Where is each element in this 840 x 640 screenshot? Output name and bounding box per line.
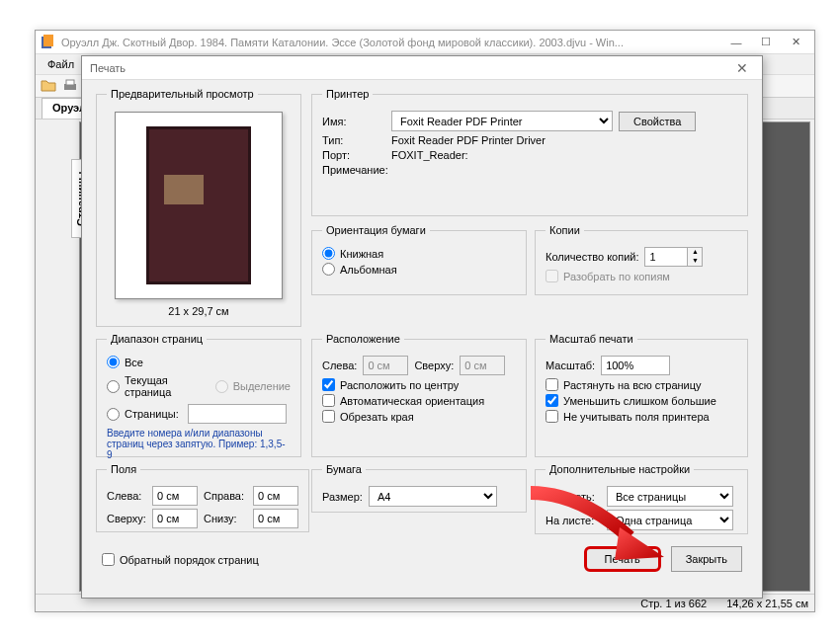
paper-legend: Бумага (322, 463, 366, 475)
status-page: Стр. 1 из 662 (640, 598, 707, 609)
maximize-button[interactable]: ☐ (751, 33, 781, 52)
scale-input[interactable] (601, 356, 670, 375)
print-dialog: Печать ✕ Предварительный просмотр 21 x 2… (81, 55, 763, 599)
check-collate: Разобрать по копиям (546, 270, 737, 282)
margin-right-label: Справа: (204, 490, 247, 502)
scale-label: Масштаб: (546, 360, 595, 371)
check-reverse-order[interactable]: Обратный порядок страниц (102, 553, 259, 566)
layout-top-label: Сверху: (414, 360, 454, 371)
margin-top-label: Сверху: (107, 513, 146, 524)
margins-legend: Поля (107, 463, 140, 475)
paper-size-select[interactable]: A4 (369, 486, 497, 507)
check-auto-orient[interactable]: Автоматическая ориентация (322, 394, 516, 407)
layout-group: Расположение Слева: Сверху: Расположить … (311, 333, 527, 457)
extra-print-select[interactable]: Все страницы (607, 486, 733, 507)
svg-rect-3 (66, 80, 74, 85)
copies-group: Копии Количество копий: ▲▼ Разобрать по … (535, 224, 748, 295)
layout-left-label: Слева: (322, 360, 357, 371)
radio-current-page[interactable]: Текущая страница (107, 374, 202, 398)
radio-portrait[interactable]: Книжная (322, 247, 516, 260)
printer-legend: Принтер (322, 88, 373, 100)
page-range-group: Диапазон страниц Все Текущая страница Вы… (96, 333, 301, 457)
page-range-legend: Диапазон страниц (107, 333, 207, 345)
orientation-group: Ориентация бумаги Книжная Альбомная (311, 224, 527, 295)
copies-count-label: Количество копий: (546, 251, 638, 263)
printer-name-select[interactable]: Foxit Reader PDF Printer (391, 111, 613, 131)
status-size: 14,26 x 21,55 см (726, 598, 808, 609)
copies-legend: Копии (546, 224, 584, 236)
preview-page (115, 112, 283, 299)
close-button[interactable]: ✕ (781, 33, 810, 52)
scale-group: Масштаб печати Масштаб: Растянуть на всю… (535, 333, 748, 457)
main-title: Оруэлл Дж. Скотный Двор. 1984. Памяти Ка… (61, 37, 721, 48)
margin-top-input[interactable] (152, 509, 198, 528)
printer-note-label: Примечание: (322, 164, 388, 176)
margins-group: Поля Слева: Справа: Сверху: Снизу: (96, 463, 309, 532)
layout-left-input (363, 356, 408, 375)
app-icon (40, 35, 55, 50)
radio-landscape[interactable]: Альбомная (322, 263, 516, 276)
extra-sheet-label: На листе: (546, 515, 601, 526)
paper-group: Бумага Размер: A4 (311, 463, 527, 513)
pages-hint2: страниц через запятую. Пример: 1,3,5-9 (107, 439, 291, 460)
margin-left-input[interactable] (152, 486, 198, 506)
paper-size-label: Размер: (322, 491, 363, 503)
copies-spinner[interactable]: ▲▼ (688, 247, 703, 267)
preview-size: 21 x 29,7 см (107, 305, 291, 317)
svg-rect-1 (43, 35, 53, 46)
scale-legend: Масштаб печати (546, 333, 637, 345)
layout-top-input (460, 356, 505, 375)
preview-group: Предварительный просмотр 21 x 29,7 см (96, 88, 301, 327)
preview-legend: Предварительный просмотр (107, 88, 258, 100)
pages-hint1: Введите номера и/или диапазоны (107, 428, 291, 439)
check-crop[interactable]: Обрезать края (322, 410, 516, 423)
check-shrink[interactable]: Уменьшить слишком большие (546, 394, 737, 407)
radio-all-pages[interactable]: Все (107, 356, 291, 368)
extra-sheet-select[interactable]: Одна страница (607, 510, 733, 530)
check-stretch[interactable]: Растянуть на всю страницу (546, 378, 737, 391)
printer-properties-button[interactable]: Свойства (619, 112, 696, 131)
printer-name-label: Имя: (322, 116, 385, 127)
open-icon[interactable] (40, 77, 57, 95)
printer-group: Принтер Имя: Foxit Reader PDF Printer Св… (311, 88, 748, 216)
margin-bottom-input[interactable] (253, 509, 298, 528)
book-cover-image (146, 126, 251, 284)
dialog-title: Печать (90, 62, 730, 74)
printer-type-value: Foxit Reader PDF Printer Driver (391, 134, 546, 146)
minimize-button[interactable]: — (721, 33, 751, 52)
printer-port-label: Порт: (322, 149, 385, 161)
print-button[interactable]: Печать (584, 546, 661, 572)
radio-pages[interactable]: Страницы: (107, 404, 291, 424)
orientation-legend: Ориентация бумаги (322, 224, 430, 236)
printer-type-label: Тип: (322, 134, 385, 146)
close-button[interactable]: Закрыть (671, 546, 742, 572)
extra-legend: Дополнительные настройки (546, 463, 694, 475)
margin-bottom-label: Снизу: (204, 513, 247, 524)
printer-port-value: FOXIT_Reader: (391, 149, 468, 161)
margin-right-input[interactable] (253, 486, 298, 506)
margin-left-label: Слева: (107, 490, 146, 502)
main-titlebar: Оруэлл Дж. Скотный Двор. 1984. Памяти Ка… (36, 31, 814, 54)
extra-print-label: Печатать: (546, 491, 601, 503)
radio-selection: Выделение (215, 380, 291, 393)
check-ignore-margins[interactable]: Не учитывать поля принтера (546, 410, 737, 423)
extra-group: Дополнительные настройки Печатать: Все с… (535, 463, 748, 534)
layout-legend: Расположение (322, 333, 404, 345)
pages-input[interactable] (188, 404, 287, 424)
dialog-close-icon[interactable]: ✕ (730, 60, 754, 76)
menu-file[interactable]: Файл (40, 56, 82, 72)
copies-count-input[interactable] (644, 247, 688, 267)
dialog-titlebar: Печать ✕ (82, 56, 762, 80)
check-center[interactable]: Расположить по центру (322, 378, 516, 391)
print-icon[interactable] (61, 77, 79, 95)
